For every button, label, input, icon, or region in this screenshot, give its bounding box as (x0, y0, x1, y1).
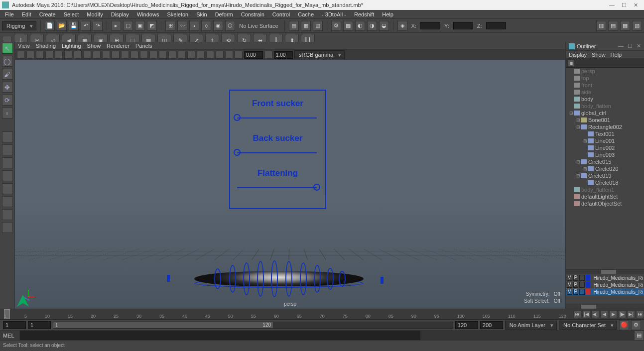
outliner-item-body[interactable]: body (566, 96, 644, 103)
render-button[interactable]: ▦ (301, 21, 311, 31)
step-back-button[interactable]: ◀| (591, 310, 599, 318)
z-field[interactable] (486, 22, 506, 29)
spine-control-ring-7[interactable] (314, 265, 321, 293)
vp-toolbar-btn-8[interactable] (93, 51, 101, 59)
layer-visible-toggle[interactable]: V (567, 289, 572, 295)
display-layer-row[interactable]: VPHirudo_Medicinalis_Ri (566, 274, 644, 281)
display-layer-row[interactable]: VPHirudo_Medicinalis_Ri (566, 281, 644, 288)
slider-flattening-knob[interactable] (313, 184, 320, 191)
range-end-outer-field[interactable] (480, 321, 503, 329)
outliner-item-rectangle002[interactable]: ⊟Rectangle002 (566, 123, 644, 130)
vp-menu-renderer[interactable]: Renderer (107, 43, 129, 49)
vp-toolbar-btn-21[interactable] (216, 51, 224, 59)
vp-toolbar-btn-19[interactable] (197, 51, 205, 59)
layer-type-toggle[interactable] (579, 275, 585, 281)
vp-menu-shading[interactable]: Shading (36, 43, 56, 49)
step-forward-key-button[interactable]: ▶| (627, 310, 635, 318)
vp-toolbar-btn-5[interactable] (64, 51, 72, 59)
vp-toolbar-btn-6[interactable] (74, 51, 82, 59)
select-template-button[interactable]: ◩ (147, 21, 157, 31)
outliner-item-defaultlightset[interactable]: defaultLightSet (566, 193, 644, 200)
slider-front-sucker-knob[interactable] (234, 114, 241, 121)
vp-toolbar-btn-3[interactable] (45, 51, 53, 59)
render-setup-button[interactable]: ◑ (367, 21, 377, 31)
layer-scrollbar[interactable] (566, 304, 644, 309)
sidebar-toggle-2[interactable]: ▤ (608, 21, 618, 31)
range-slider[interactable]: 1 120 (53, 322, 453, 329)
exposure-field[interactable] (244, 51, 263, 59)
expand-toggle[interactable]: ⊞ (583, 138, 588, 143)
outliner-item-body_flatten1[interactable]: body_flatten1 (566, 186, 644, 193)
menu-deform[interactable]: Deform (211, 10, 237, 18)
input-mode-button[interactable]: ◈ (397, 21, 407, 31)
layer-color-swatch[interactable] (586, 289, 591, 295)
play-forward-button[interactable]: ▶ (609, 310, 617, 318)
spine-control-ring-8[interactable] (327, 268, 334, 290)
expand-toggle[interactable]: ⊟ (569, 111, 574, 116)
layer-type-toggle[interactable] (579, 282, 585, 288)
layout-preset-1[interactable] (2, 144, 13, 155)
range-start-outer-field[interactable] (3, 321, 26, 329)
snap-live-button[interactable]: ◉ (213, 21, 223, 31)
vp-toolbar-btn-10[interactable] (112, 51, 120, 59)
snap-grid-button[interactable]: ⊞ (165, 21, 175, 31)
menu-windows[interactable]: Windows (133, 10, 163, 18)
vp-toolbar-btn-22[interactable] (225, 51, 233, 59)
scale-tool[interactable]: ▫ (2, 108, 13, 118)
outliner-item-line001[interactable]: ⊞Line001 (566, 137, 644, 144)
character-set-select[interactable]: No Character Set (559, 321, 617, 330)
vp-toolbar-btn-17[interactable] (178, 51, 186, 59)
layout-preset-5[interactable] (2, 196, 13, 207)
vp-toolbar-btn-7[interactable] (83, 51, 91, 59)
front-locator[interactable] (167, 275, 170, 282)
outliner-item-circle020[interactable]: ⊞Circle020 (566, 165, 644, 172)
spine-control-ring-5[interactable] (285, 261, 292, 297)
vp-toolbar-btn-13[interactable] (140, 51, 148, 59)
gamma-field[interactable] (274, 51, 293, 59)
layout-preset-6[interactable] (2, 209, 13, 220)
outliner-item-bone001[interactable]: ⊞Bone001 (566, 117, 644, 123)
go-start-button[interactable]: ⏮ (573, 310, 581, 318)
rotate-tool[interactable]: ⟳ (2, 95, 13, 106)
undo-button[interactable]: ↶ (81, 21, 91, 31)
y-field[interactable] (453, 22, 473, 29)
outliner-item-text001[interactable]: Text001 (566, 130, 644, 137)
spine-control-ring-0[interactable] (214, 268, 221, 289)
outliner-item-side[interactable]: side (566, 89, 644, 96)
menu-control[interactable]: Control (268, 10, 294, 18)
menu-display[interactable]: Display (107, 10, 133, 18)
vp-toolbar-btn-18[interactable] (187, 51, 195, 59)
vp-menu-show[interactable]: Show (87, 43, 101, 49)
layer-playback-toggle[interactable]: P (573, 289, 579, 295)
make-live-button[interactable]: ⬡ (225, 21, 235, 31)
outliner-maximize-button[interactable]: ☐ (628, 43, 633, 49)
layer-visible-toggle[interactable]: V (567, 282, 572, 288)
new-scene-button[interactable]: 📄 (45, 21, 55, 31)
window-minimize-button[interactable]: — (609, 2, 615, 8)
menu-redshift[interactable]: Redshift (350, 10, 378, 18)
vp-menu-lighting[interactable]: Lighting (62, 43, 81, 49)
menu-skin[interactable]: Skin (192, 10, 211, 18)
outliner-search-input[interactable] (575, 60, 642, 67)
window-maximize-button[interactable]: ☐ (622, 2, 627, 8)
construction-history-button[interactable]: ▤ (289, 21, 299, 31)
workspace-mode-select[interactable]: Rigging (2, 21, 36, 30)
outliner-item-line003[interactable]: Line003 (566, 151, 644, 158)
layer-playback-toggle[interactable]: P (573, 282, 579, 288)
viewport-3d[interactable]: Front sucker Back sucker Flattening pers… (15, 60, 565, 309)
move-tool[interactable]: ✥ (2, 82, 13, 93)
menu-skeleton[interactable]: Skeleton (163, 10, 192, 18)
snap-curve-button[interactable]: 〰 (177, 21, 187, 31)
layer-visible-toggle[interactable]: V (567, 275, 572, 281)
layer-color-swatch[interactable] (586, 275, 591, 281)
hypershade-button[interactable]: ▩ (343, 21, 353, 31)
back-locator[interactable] (381, 277, 384, 284)
vp-menu-panels[interactable]: Panels (135, 43, 152, 49)
outliner-item-front[interactable]: front (566, 82, 644, 89)
outliner-menu-display[interactable]: Display (569, 52, 587, 58)
outliner-item-circle019[interactable]: ⊟Circle019 (566, 172, 644, 179)
layout-preset-7[interactable] (2, 222, 13, 233)
outliner-item-defaultobjectset[interactable]: defaultObjectSet (566, 200, 644, 207)
render-settings-button[interactable]: ⚙ (331, 21, 341, 31)
outliner-tree[interactable]: persptopfrontsidebodybody_flatten⊟global… (566, 68, 644, 269)
